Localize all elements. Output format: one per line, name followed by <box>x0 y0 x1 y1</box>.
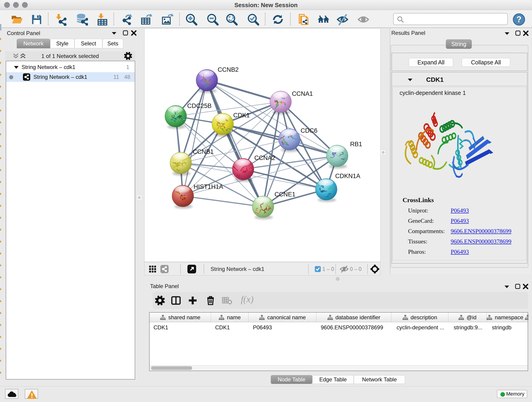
svg-text:HIST1H1A: HIST1H1A <box>194 183 223 190</box>
svg-text:CCNA1: CCNA1 <box>292 90 313 97</box>
svg-text:CCNB2: CCNB2 <box>218 66 239 73</box>
svg-text:CCNE1: CCNE1 <box>274 191 296 198</box>
svg-text:CDK1: CDK1 <box>233 112 250 119</box>
svg-text:CCNA2: CCNA2 <box>254 154 275 161</box>
svg-text:CDC25B: CDC25B <box>187 102 212 109</box>
svg-text:CDC6: CDC6 <box>301 127 317 134</box>
svg-text:?: ? <box>516 15 521 24</box>
svg-text:RB1: RB1 <box>350 141 362 148</box>
svg-text:CCNB1: CCNB1 <box>193 148 214 155</box>
svg-text:CDKN1A: CDKN1A <box>335 172 360 179</box>
